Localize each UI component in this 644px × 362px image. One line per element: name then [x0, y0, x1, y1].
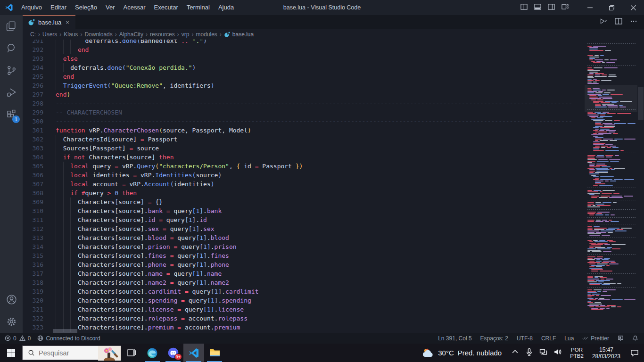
line-number[interactable]: 312: [23, 224, 43, 233]
eol-sequence[interactable]: CRLF: [541, 335, 556, 342]
input-language-indicator[interactable]: POR PTB2: [566, 347, 587, 359]
code-line-303[interactable]: 303Sources[Passport] = source: [23, 144, 585, 153]
line-number[interactable]: 305: [23, 162, 43, 171]
line-number[interactable]: 308: [23, 189, 43, 197]
code-line-302[interactable]: 302CharactersId[source] = Passport: [23, 135, 585, 144]
line-number[interactable]: 298: [23, 99, 43, 108]
run-debug-icon[interactable]: [0, 82, 23, 104]
taskbar-clock[interactable]: 15:47 28/03/2023: [587, 346, 625, 360]
run-file-icon[interactable]: [600, 17, 607, 27]
encoding[interactable]: UTF-8: [517, 335, 533, 342]
line-number[interactable]: 299: [23, 108, 43, 117]
settings-gear-icon[interactable]: [0, 311, 23, 333]
breadcrumb-item[interactable]: vrp: [182, 31, 190, 38]
code-line-300[interactable]: 300-------------------------------------…: [23, 117, 585, 126]
line-number[interactable]: 291: [23, 40, 43, 45]
problems-errors[interactable]: 0: [5, 335, 17, 342]
code-line-315[interactable]: 315Characters[source].fines = query[1].f…: [23, 251, 585, 260]
code-line-310[interactable]: 310Characters[source].bank = query[1].ba…: [23, 206, 585, 215]
line-number[interactable]: 320: [23, 296, 43, 305]
notifications-bell-icon[interactable]: [632, 335, 638, 341]
task-view-button[interactable]: [121, 344, 142, 362]
code-line-301[interactable]: 301function vRP.CharacterChosen(source, …: [23, 126, 585, 135]
network-icon[interactable]: [539, 348, 547, 358]
taskbar-search-box[interactable]: [22, 346, 121, 360]
breadcrumb-item[interactable]: Klaus: [64, 31, 78, 38]
discord-status[interactable]: Connected to Discord: [37, 335, 100, 342]
code-line-294[interactable]: 294deferrals.done("Conexão perdida."): [23, 63, 585, 72]
line-number[interactable]: 301: [23, 126, 43, 135]
line-number[interactable]: 304: [23, 153, 43, 162]
close-window-button[interactable]: [622, 0, 644, 15]
code-line-308[interactable]: 308if #query > 0 then: [23, 189, 585, 197]
code-line-323[interactable]: 323Characters[source].premium = account.…: [23, 323, 585, 332]
line-number[interactable]: 317: [23, 269, 43, 278]
scrollbar-thumb[interactable]: [638, 87, 644, 120]
vertical-scrollbar[interactable]: [637, 40, 644, 333]
toggle-panel-icon[interactable]: [534, 3, 541, 12]
source-control-icon[interactable]: [0, 59, 23, 82]
edge-app-button[interactable]: [142, 344, 163, 362]
code-line-298[interactable]: 298-------------------------------------…: [23, 99, 585, 108]
breadcrumb-file[interactable]: base.lua: [224, 31, 254, 38]
line-number[interactable]: 314: [23, 242, 43, 251]
tab-close-icon[interactable]: ×: [65, 19, 70, 26]
menu-ajuda[interactable]: Ajuda: [214, 0, 238, 15]
weather-widget[interactable]: 30°C Pred. nublado: [417, 348, 506, 358]
minimap[interactable]: [585, 40, 637, 333]
line-number[interactable]: 294: [23, 63, 43, 72]
horizontal-scrollbar[interactable]: [53, 329, 77, 333]
line-number[interactable]: 309: [23, 197, 43, 206]
code-line-311[interactable]: 311Characters[source].id = query[1].id: [23, 215, 585, 224]
line-number[interactable]: 315: [23, 251, 43, 260]
tab-base-lua[interactable]: base.lua ×: [23, 15, 75, 29]
code-line-293[interactable]: 293else: [23, 54, 585, 63]
file-explorer-app-button[interactable]: [204, 344, 225, 362]
line-number[interactable]: 318: [23, 278, 43, 287]
line-number[interactable]: 300: [23, 117, 43, 126]
toggle-sidebar-icon[interactable]: [520, 3, 528, 12]
code-line-295[interactable]: 295end: [23, 72, 585, 81]
menu-seleção[interactable]: Seleção: [71, 0, 101, 15]
accounts-icon[interactable]: [0, 288, 23, 311]
explorer-icon[interactable]: [0, 15, 23, 37]
code-line-292[interactable]: 292end: [23, 45, 585, 54]
search-input[interactable]: [39, 349, 91, 357]
breadcrumb-item[interactable]: resources: [150, 31, 175, 38]
breadcrumb-item[interactable]: C:: [30, 31, 36, 38]
code-line-299[interactable]: 299-- CHARACTERCHOSEN: [23, 108, 585, 117]
breadcrumb-item[interactable]: Downloads: [84, 31, 112, 38]
code-line-304[interactable]: 304if not Characters[source] then: [23, 153, 585, 162]
line-number[interactable]: 321: [23, 305, 43, 314]
line-number[interactable]: 295: [23, 72, 43, 81]
search-icon[interactable]: [0, 37, 23, 59]
breadcrumb-item[interactable]: modules: [196, 31, 217, 38]
code-line-321[interactable]: 321Characters[source].license = query[1]…: [23, 305, 585, 314]
menu-arquivo[interactable]: Arquivo: [17, 0, 46, 15]
menu-terminal[interactable]: Terminal: [182, 0, 214, 15]
split-editor-icon[interactable]: [615, 17, 622, 27]
line-number[interactable]: 292: [23, 45, 43, 54]
discord-app-button[interactable]: 9+: [163, 344, 183, 362]
line-number[interactable]: 296: [23, 81, 43, 90]
code-line-313[interactable]: 313Characters[source].blood = query[1].b…: [23, 233, 585, 242]
minimize-button[interactable]: [579, 0, 601, 15]
toggle-secondary-sidebar-icon[interactable]: [548, 3, 555, 12]
feedback-icon[interactable]: [618, 335, 624, 341]
code-editor[interactable]: 291deferrals.done(BannedText .. ".")292e…: [23, 40, 585, 333]
menu-executar[interactable]: Executar: [150, 0, 182, 15]
vscode-app-button[interactable]: [183, 344, 204, 362]
breadcrumb-item[interactable]: AlphaCity: [119, 31, 143, 38]
code-line-305[interactable]: 305local query = vRP.Query("characters/P…: [23, 162, 585, 171]
line-number[interactable]: 302: [23, 135, 43, 144]
line-number[interactable]: 306: [23, 171, 43, 180]
language-mode[interactable]: Lua: [564, 335, 574, 342]
line-number[interactable]: 322: [23, 314, 43, 323]
code-line-319[interactable]: 319Characters[source].cardlimit = query[…: [23, 287, 585, 296]
cursor-position[interactable]: Ln 391, Col 5: [438, 335, 471, 342]
line-number[interactable]: 311: [23, 215, 43, 224]
code-line-317[interactable]: 317Characters[source].name = query[1].na…: [23, 269, 585, 278]
line-number[interactable]: 316: [23, 260, 43, 269]
problems-warnings[interactable]: 0: [19, 335, 31, 342]
code-line-322[interactable]: 322Characters[source].rolepass = account…: [23, 314, 585, 323]
